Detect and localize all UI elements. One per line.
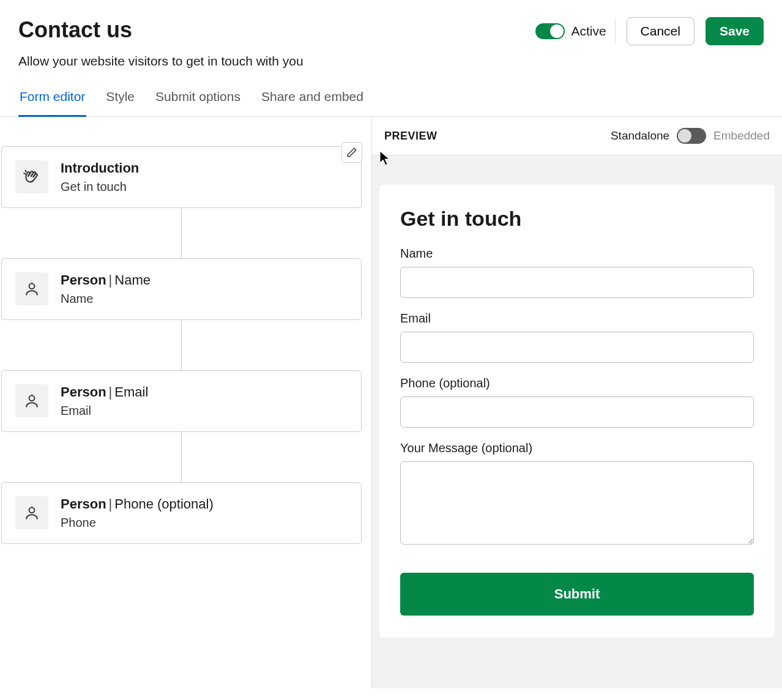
field-phone: Phone (optional) xyxy=(400,376,754,428)
preview-column: PREVIEW Standalone Embedded Get in touch… xyxy=(372,117,782,688)
person-icon xyxy=(15,496,48,529)
field-label: Email xyxy=(400,311,754,326)
name-input[interactable] xyxy=(400,267,754,298)
preview-label: PREVIEW xyxy=(384,130,438,143)
svg-point-2 xyxy=(29,507,35,513)
tab-share-embed[interactable]: Share and embed xyxy=(260,89,365,116)
block-title: Person|Email xyxy=(61,384,148,400)
cancel-button[interactable]: Cancel xyxy=(627,17,694,45)
phone-input[interactable] xyxy=(400,397,754,428)
active-toggle[interactable] xyxy=(535,23,565,39)
block-detail-label: Name xyxy=(114,272,151,288)
page-subtitle: Allow your website visitors to get in to… xyxy=(18,54,303,69)
tab-bar: Form editor Style Submit options Share a… xyxy=(0,69,782,117)
pencil-icon xyxy=(346,147,357,158)
block-body: Person|Email Email xyxy=(61,384,148,418)
toggle-knob xyxy=(550,24,564,38)
field-name: Name xyxy=(400,247,754,298)
block-list: Introduction Get in touch Person|Name Na… xyxy=(0,146,371,544)
active-label: Active xyxy=(571,24,606,39)
block-title: Person|Name xyxy=(61,272,151,288)
svg-point-1 xyxy=(29,395,35,401)
preview-mode-toggle-group: Standalone Embedded xyxy=(611,128,770,144)
preview-mode-toggle[interactable] xyxy=(677,128,706,144)
block-detail-label: Email xyxy=(114,384,148,400)
save-button[interactable]: Save xyxy=(706,17,764,45)
field-message: Your Message (optional) xyxy=(400,441,754,547)
preview-header: PREVIEW Standalone Embedded xyxy=(372,117,782,155)
block-type-label: Person xyxy=(61,384,106,400)
block-body: Person|Phone (optional) Phone xyxy=(61,496,214,530)
field-label: Your Message (optional) xyxy=(400,441,754,455)
toggle-knob xyxy=(678,129,691,143)
block-type-label: Introduction xyxy=(61,160,139,176)
block-person-name[interactable]: Person|Name Name xyxy=(1,258,362,320)
block-body: Person|Name Name xyxy=(61,272,151,306)
person-icon xyxy=(15,272,48,305)
message-textarea[interactable] xyxy=(400,461,754,545)
field-label: Name xyxy=(400,247,754,261)
editor-column: Introduction Get in touch Person|Name Na… xyxy=(0,117,372,688)
block-subtitle: Email xyxy=(61,404,148,418)
page-header: Contact us Allow your website visitors t… xyxy=(0,0,782,69)
header-actions: Active Cancel Save xyxy=(535,17,764,45)
page-title: Contact us xyxy=(18,17,303,43)
preview-form-card: Get in touch Name Email Phone (optional)… xyxy=(379,185,775,638)
person-icon xyxy=(15,384,48,417)
field-label: Phone (optional) xyxy=(400,376,754,390)
main-split: Introduction Get in touch Person|Name Na… xyxy=(0,117,782,688)
tab-style[interactable]: Style xyxy=(105,89,136,116)
svg-point-0 xyxy=(29,283,35,289)
block-type-label: Person xyxy=(61,272,106,288)
block-subtitle: Phone xyxy=(61,516,214,530)
block-subtitle: Get in touch xyxy=(61,180,139,194)
active-toggle-group: Active xyxy=(535,19,615,43)
wave-icon xyxy=(15,160,48,193)
block-body: Introduction Get in touch xyxy=(61,160,139,194)
field-email: Email xyxy=(400,311,754,363)
submit-button[interactable]: Submit xyxy=(400,573,754,616)
block-title: Introduction xyxy=(61,160,139,176)
tab-form-editor[interactable]: Form editor xyxy=(18,89,86,117)
edit-block-button[interactable] xyxy=(341,142,362,163)
block-introduction[interactable]: Introduction Get in touch xyxy=(1,146,362,208)
block-title: Person|Phone (optional) xyxy=(61,496,214,512)
block-person-phone[interactable]: Person|Phone (optional) Phone xyxy=(1,482,362,544)
email-input[interactable] xyxy=(400,332,754,363)
tab-submit-options[interactable]: Submit options xyxy=(154,89,242,116)
mode-embedded-label: Embedded xyxy=(713,129,770,143)
block-type-label: Person xyxy=(61,496,106,512)
block-person-email[interactable]: Person|Email Email xyxy=(1,370,362,432)
block-subtitle: Name xyxy=(61,292,151,306)
preview-body: Get in touch Name Email Phone (optional)… xyxy=(372,155,782,688)
mode-standalone-label: Standalone xyxy=(611,129,669,143)
form-title: Get in touch xyxy=(400,207,754,231)
header-left: Contact us Allow your website visitors t… xyxy=(18,17,303,69)
block-detail-label: Phone (optional) xyxy=(114,496,213,512)
